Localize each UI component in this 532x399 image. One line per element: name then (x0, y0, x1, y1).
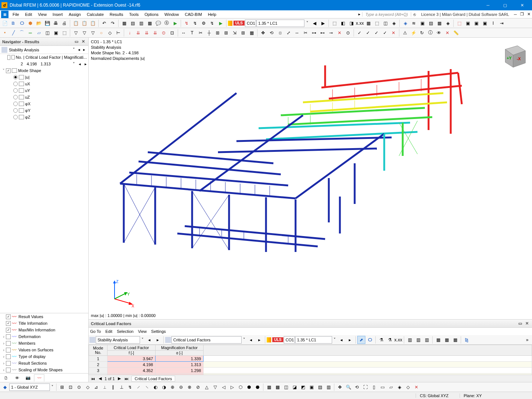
res-grid1-icon[interactable]: ▦ (434, 336, 442, 344)
visibility-icon[interactable]: I (489, 19, 497, 27)
model-check-icon[interactable]: ⚡ (409, 29, 417, 37)
sn4-icon[interactable]: ◇ (83, 383, 92, 391)
sn16-icon[interactable]: ⊗ (185, 383, 194, 391)
res-col2-icon[interactable]: ▥ (414, 336, 422, 344)
res-lc-combo[interactable]: 1.35 * LC1 (295, 336, 332, 344)
tree-comp-φZ[interactable]: φZ (0, 114, 88, 120)
sn15-icon[interactable]: ⊖ (177, 383, 185, 391)
front-icon[interactable]: ▯ (370, 383, 378, 391)
view-xx-icon[interactable]: x.xx (356, 19, 364, 27)
saveall-icon[interactable]: 🖶 (52, 19, 60, 27)
val-next-icon[interactable]: ▸ (85, 62, 87, 66)
tree-comp-uZ[interactable]: uZ (0, 94, 88, 100)
vw3-icon[interactable]: ◫ (282, 383, 290, 391)
refresh-icon[interactable]: Ѻ (18, 19, 26, 27)
plaus-icon[interactable]: ⚠ (401, 29, 409, 37)
opt-checkbox[interactable] (6, 354, 11, 359)
menu-file[interactable]: File (10, 10, 22, 18)
new-icon[interactable]: 📄 (1, 19, 9, 27)
sn18-icon[interactable]: △ (202, 383, 211, 391)
sn9-icon[interactable]: ↯ (126, 383, 134, 391)
member-icon[interactable]: ═ (26, 29, 34, 37)
sn23-icon[interactable]: ⬢ (245, 383, 253, 391)
search-nav-icon[interactable]: ⎋ (411, 12, 418, 17)
tree-comp-φY[interactable]: φY (0, 107, 88, 114)
line-icon[interactable]: ╱ (9, 29, 17, 37)
co-combo[interactable]: CO1 (245, 20, 256, 27)
guideline-icon[interactable]: ┼ (205, 29, 213, 37)
vw4-icon[interactable]: ◪ (290, 383, 299, 391)
res-menu-goto[interactable]: Go To (90, 329, 101, 334)
orbit-icon[interactable]: ⟲ (353, 383, 361, 391)
node-icon[interactable]: • (1, 29, 9, 37)
viewport-3d[interactable]: CO1 - 1.35 * LC1 Stability Analysis Mode… (89, 38, 532, 319)
regenerate-icon[interactable]: ↻ (418, 29, 426, 37)
th-mag[interactable]: Magnification Factor (156, 345, 204, 351)
menu-options[interactable]: Options (141, 10, 161, 18)
th-clf[interactable]: Critical Load Factor (108, 345, 156, 351)
view-section-icon[interactable]: ◫ (381, 19, 389, 27)
header-checkbox[interactable] (7, 55, 10, 60)
view-wire-icon[interactable]: ⬚ (330, 19, 338, 27)
sn8-icon[interactable]: ⊥ (117, 383, 126, 391)
res-close-icon[interactable]: ✕ (524, 321, 530, 327)
res-c1-next-icon[interactable]: ▸ (154, 336, 162, 344)
sn21-icon[interactable]: ▷ (228, 383, 236, 391)
box1-icon[interactable]: ▣ (464, 19, 472, 27)
g-icon[interactable]: ⊞ (214, 29, 222, 37)
nav-opt-2[interactable]: ✓〰Max/Min Information (0, 327, 88, 333)
misc-icon[interactable]: ⊙ (344, 29, 352, 37)
vw8-icon[interactable]: ▥ (324, 383, 332, 391)
nav-opt-3[interactable]: ›〰Deformation (0, 333, 88, 340)
mode-checkbox[interactable]: ✓ (6, 68, 11, 73)
res-lc-down-icon[interactable]: ˅ (332, 337, 337, 342)
open-icon[interactable]: 📂 (35, 19, 43, 27)
menu-help[interactable]: Help (205, 10, 219, 18)
trim-icon[interactable]: ⊸ (327, 29, 335, 37)
menu-calculate[interactable]: Calculate (84, 10, 107, 18)
measure-icon[interactable]: 📏 (452, 29, 460, 37)
move-icon[interactable]: ✥ (259, 29, 267, 37)
minimize-button[interactable]: ─ (480, 0, 497, 10)
res-menu-selection[interactable]: Selection (117, 329, 133, 334)
expand-icon[interactable]: › (1, 354, 6, 359)
pg-next-icon[interactable]: ▶ (117, 376, 122, 381)
res-c2-down-icon[interactable]: ˅ (242, 337, 246, 342)
loads-icon[interactable]: ↯ (183, 19, 191, 27)
res-lc-prev-icon[interactable]: ◂ (337, 336, 345, 344)
view-cube[interactable]: +Y -X (499, 41, 528, 70)
expand-icon[interactable]: ˅ (1, 68, 6, 73)
val-dropdown-icon[interactable]: ˅ (73, 62, 75, 66)
nav-category-combo[interactable]: Stability Analysis ˅ ◂ ▸ (0, 46, 88, 54)
line-load-icon[interactable]: ⇊ (134, 29, 142, 37)
script-icon[interactable]: ⓢ (163, 19, 171, 27)
report-icon[interactable]: 📋 (72, 19, 80, 27)
tables-icon[interactable]: ▦ (120, 19, 128, 27)
lc-combo[interactable]: 1.35 * LC1 (256, 20, 304, 27)
view-solid-icon[interactable]: ◧ (339, 19, 347, 27)
opt-checkbox[interactable]: ✓ (6, 328, 11, 332)
res-menu-view[interactable]: View (138, 329, 147, 334)
i-icon[interactable]: ⇲ (231, 29, 239, 37)
comment-icon[interactable]: 💬 (154, 19, 162, 27)
expand-icon[interactable]: › (1, 348, 6, 352)
th-mode[interactable]: ModeNo. (89, 345, 108, 356)
calc-icon[interactable]: ▶ (171, 19, 179, 27)
surface-icon[interactable]: ▱ (35, 29, 43, 37)
clear-icon[interactable]: ✕ (412, 383, 420, 391)
set-icon[interactable]: ⬚ (60, 29, 68, 37)
iso-view-icon[interactable]: ◈ (395, 383, 403, 391)
opt-checkbox[interactable]: ✓ (6, 314, 11, 319)
nav-close-icon[interactable]: ✕ (80, 39, 86, 45)
tree-comp-|u|[interactable]: |u| (0, 74, 88, 81)
table2-icon[interactable]: ▥ (137, 19, 145, 27)
imposed-icon[interactable]: ⊡ (168, 29, 176, 37)
select-icon[interactable]: ⬚ (455, 19, 463, 27)
redo-icon[interactable]: ↷ (109, 19, 117, 27)
surf-load-icon[interactable]: ⇊ (151, 29, 159, 37)
res-grid2-icon[interactable]: ▦ (443, 336, 451, 344)
nav-tab-data[interactable]: 🗋 (1, 374, 11, 382)
pg-first-icon[interactable]: ⏮ (90, 376, 96, 381)
res-xxx-icon[interactable]: x.xx (394, 336, 402, 344)
check3-icon[interactable]: ✓ (372, 29, 381, 37)
